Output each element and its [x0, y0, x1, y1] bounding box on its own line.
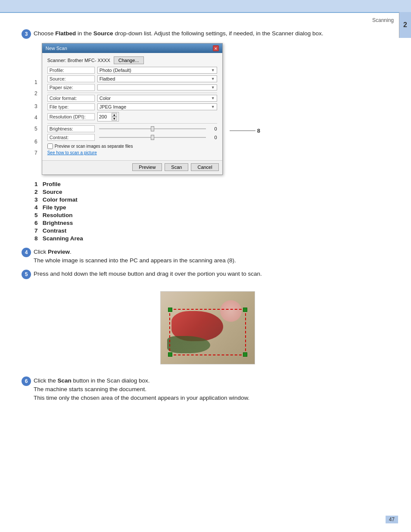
page-number: 47 — [386, 516, 398, 523]
titlebar-buttons[interactable]: ✕ — [213, 45, 219, 51]
source-dropdown-arrow[interactable]: ▼ — [211, 77, 215, 81]
file-type-dropdown-arrow[interactable]: ▼ — [211, 105, 215, 109]
paper-size-label: Paper size: — [47, 84, 95, 91]
source-label: Source: — [47, 75, 95, 82]
list-item-3: 3 Color format — [34, 196, 394, 203]
separator2 — [47, 123, 217, 124]
close-btn[interactable]: ✕ — [213, 45, 219, 51]
paper-size-dropdown-arrow[interactable]: ▼ — [211, 85, 215, 90]
profile-val-text: Photo (Default) — [100, 68, 131, 73]
step3-number: 3 — [25, 31, 28, 37]
paper-size-row: Paper size: ▼ — [47, 84, 217, 91]
corner-handle-tl — [168, 308, 172, 312]
step4-preview-bold: Preview — [48, 249, 70, 255]
top-banner — [0, 0, 411, 12]
step6-text: Click the Scan button in the Scan dialog… — [34, 376, 394, 403]
corner-handle-tr — [243, 308, 247, 312]
contrast-row: Contrast: 0 — [47, 134, 217, 141]
dialog-area: 1 2 3 4 5 6 7 New Scan ✕ — [34, 43, 394, 175]
change-button[interactable]: Change... — [114, 56, 144, 64]
color-format-label: Color format: — [47, 95, 95, 102]
contrast-label: Contrast: — [47, 134, 95, 141]
step5-number: 5 — [25, 271, 28, 277]
brightness-thumb[interactable] — [151, 126, 154, 131]
contrast-thumb[interactable] — [151, 135, 154, 140]
color-format-row: Color format: Color ▼ — [47, 95, 217, 102]
list-item-1: 1 Profile — [34, 181, 394, 187]
step5-row: 5 Press and hold down the left mouse but… — [22, 270, 394, 279]
callout-8-dash — [230, 131, 255, 131]
num-label-1: 1 — [34, 78, 37, 87]
profile-row: Profile: Photo (Default) ▼ — [47, 67, 217, 74]
list-item-6: 6 Brightness — [34, 220, 394, 226]
contrast-slider-track[interactable] — [99, 134, 206, 140]
step6-mid: button in the Scan dialog box. — [72, 377, 150, 384]
profile-value[interactable]: Photo (Default) ▼ — [97, 67, 217, 74]
preview-check-input[interactable] — [47, 143, 53, 149]
file-type-val-text: JPEG Image — [100, 104, 126, 109]
file-type-value[interactable]: JPEG Image ▼ — [97, 103, 217, 110]
step3-source: Source — [93, 30, 113, 37]
file-type-label: File type: — [47, 103, 95, 110]
num-label-7: 7 — [34, 148, 37, 158]
scan-button[interactable]: Scan — [165, 163, 188, 171]
source-val-text: Flatbed — [100, 76, 115, 81]
brightness-value: 0 — [210, 126, 217, 131]
color-format-value[interactable]: Color ▼ — [97, 95, 217, 102]
step3-text-mid: in the — [76, 30, 93, 37]
source-row: Source: Flatbed ▼ — [47, 75, 217, 82]
callout-8-area: 8 — [230, 43, 260, 175]
scan-link[interactable]: See how to scan a picture — [47, 150, 97, 155]
color-format-val-text: Color — [100, 96, 111, 101]
num-label-2: 2 — [34, 89, 37, 98]
step4-number: 4 — [25, 249, 28, 255]
resolution-down-btn[interactable]: ▼ — [112, 117, 117, 121]
step3-text-post: drop-down list. Adjust the following set… — [113, 30, 324, 37]
callout-8-line: 8 — [230, 128, 260, 134]
profile-label: Profile: — [47, 67, 95, 74]
step4-post: . — [70, 249, 72, 255]
resolution-label: Resolution (DPI): — [47, 113, 95, 120]
step5-main-text: Press and hold down the left mouse butto… — [34, 271, 262, 277]
source-value[interactable]: Flatbed ▼ — [97, 75, 217, 82]
brightness-slider-track[interactable] — [99, 126, 206, 132]
scanner-info-row: Scanner: Brother MFC- XXXX Change... — [47, 56, 217, 64]
color-format-dropdown-arrow[interactable]: ▼ — [211, 96, 215, 100]
num-label-4: 4 — [34, 113, 37, 122]
scanner-name-label: Scanner: Brother MFC- XXXX — [47, 58, 110, 63]
preview-check-row: Preview or scan images as separate files — [47, 143, 217, 149]
step4-subtext: The whole image is scanned into the PC a… — [34, 257, 236, 264]
scan-selection-box — [169, 309, 246, 355]
sidebar-tab-label: 2 — [403, 21, 407, 29]
step4-pre: Click — [34, 249, 48, 255]
list-item-8: 8 Scanning Area — [34, 235, 394, 242]
step4-row: 4 Click Preview. The whole image is scan… — [22, 248, 394, 265]
link-row: See how to scan a picture — [47, 150, 217, 155]
resolution-spinner[interactable]: ▲ ▼ — [112, 113, 117, 121]
brightness-row: Brightness: 0 — [47, 125, 217, 132]
paper-size-value[interactable]: ▼ — [97, 84, 217, 90]
list-item-2: 2 Source — [34, 189, 394, 195]
page-title: Scanning — [372, 17, 394, 23]
step5-text: Press and hold down the left mouse butto… — [34, 270, 394, 278]
profile-dropdown-arrow[interactable]: ▼ — [211, 68, 215, 72]
cancel-button[interactable]: Cancel — [191, 163, 218, 171]
page-number-area: 47 — [386, 516, 398, 523]
preview-button[interactable]: Preview — [132, 163, 162, 171]
dialog-box: New Scan ✕ Scanner: Brother MFC- XXXX Ch… — [42, 43, 223, 175]
resolution-row: Resolution (DPI): 200 ▲ ▼ — [47, 112, 217, 121]
step6-row: 6 Click the Scan button in the Scan dial… — [22, 376, 394, 403]
resolution-input-area[interactable]: 200 ▲ ▼ — [97, 112, 119, 121]
step4-text: Click Preview. The whole image is scanne… — [34, 248, 394, 265]
brightness-label: Brightness: — [47, 125, 95, 132]
sidebar-tab: 2 — [399, 12, 411, 38]
step3-text: Choose Flatbed in the Source drop-down l… — [34, 29, 394, 38]
preview-image — [160, 291, 255, 364]
corner-handle-br — [243, 352, 247, 357]
num-label-3: 3 — [34, 102, 37, 111]
callout-8-label: 8 — [257, 128, 260, 134]
list-item-7: 7 Contrast — [34, 227, 394, 234]
resolution-up-btn[interactable]: ▲ — [112, 113, 117, 117]
step6-pre: Click the — [34, 377, 58, 384]
separator1 — [47, 93, 217, 93]
